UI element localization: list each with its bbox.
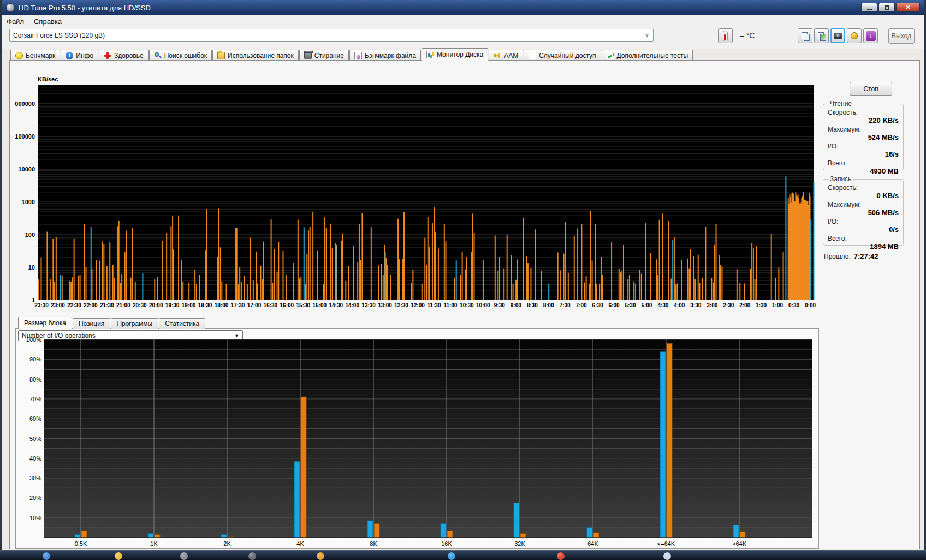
info-icon: i (66, 52, 73, 59)
window-title: HD Tune Pro 5.50 - утилита для HD/SSD (19, 4, 151, 12)
svg-text:80%: 80% (29, 376, 41, 383)
read-group-title: Чтение (828, 100, 854, 108)
export-button[interactable]: ↓ (863, 28, 878, 43)
svg-text:16:30: 16:30 (264, 302, 278, 308)
error-scan-icon (154, 52, 162, 59)
stop-button[interactable]: Стоп (850, 82, 892, 96)
save-button[interactable] (847, 28, 862, 43)
svg-text:12:00: 12:00 (411, 302, 425, 308)
start-button[interactable] (43, 552, 50, 560)
svg-text:21:00: 21:00 (116, 302, 130, 308)
write-io-value: 0/s (828, 225, 899, 234)
menu-file[interactable]: Файл (2, 16, 29, 27)
svg-text:22:00: 22:00 (84, 302, 98, 308)
svg-text:10000: 10000 (18, 166, 35, 172)
read-stats-group: Чтение Скорость: 220 KB/s Максимум: 524 … (823, 104, 904, 170)
aam-icon (494, 52, 501, 59)
svg-text:22:30: 22:30 (67, 302, 81, 308)
benchmark-icon (15, 52, 23, 59)
copy-image-icon (818, 32, 826, 40)
svg-text:2K: 2K (223, 540, 231, 547)
svg-text:<=64K: <=64K (657, 540, 675, 547)
copy-icon (802, 32, 809, 40)
read-speed-value: 220 KB/s (828, 116, 899, 124)
svg-text:1K: 1K (150, 540, 158, 547)
title-bar: HD Tune Pro 5.50 - утилита для HD/SSD ✕ (2, 0, 924, 15)
close-button[interactable]: ✕ (896, 3, 920, 12)
copy-image-button[interactable] (814, 28, 829, 43)
tab-strip: Бенчмарк iИнфо Здоровье Поиск ошибок Исп… (10, 48, 919, 61)
svg-text:14:00: 14:00 (345, 302, 359, 308)
tab-block-size[interactable]: Размер блока (18, 317, 72, 329)
file-benchmark-icon (354, 52, 362, 59)
svg-text:7:00: 7:00 (576, 302, 587, 308)
drive-select[interactable]: Corsair Force LS SSD (120 gB) ▼ (9, 29, 654, 42)
histogram-svg: 10%20%30%40%50%60%70%80%90%100%0.5K1K2K4… (19, 337, 816, 548)
read-total-label: Всего: (828, 159, 899, 167)
svg-text:3:30: 3:30 (690, 302, 701, 308)
svg-text:64K: 64K (587, 540, 598, 547)
elapsed-time: Прошло:7:27:42 (824, 252, 878, 260)
app-icon-4[interactable] (448, 552, 455, 560)
svg-text:9:30: 9:30 (494, 302, 505, 308)
download-arrow-icon: ↓ (866, 31, 876, 41)
read-speed-label: Скорость: (828, 109, 899, 116)
tab-benchmark[interactable]: Бенчмарк (10, 50, 60, 61)
copy-text-button[interactable] (798, 28, 812, 43)
tab-extra-tests[interactable]: Дополнительные тесты (602, 50, 693, 61)
svg-text:1000: 1000 (22, 199, 35, 205)
tab-statistics[interactable]: Статистика (159, 318, 205, 329)
svg-text:18:00: 18:00 (215, 302, 229, 308)
svg-text:60%: 60% (29, 415, 41, 422)
browser-icon[interactable] (557, 552, 565, 560)
minimize-button[interactable] (861, 3, 877, 12)
read-max-value: 524 MB/s (828, 133, 899, 141)
tab-random-access[interactable]: Случайный доступ (524, 50, 601, 61)
write-group-title: Запись (828, 175, 853, 183)
screenshot-button[interactable] (830, 28, 845, 43)
svg-text:10%: 10% (29, 515, 41, 521)
tab-programs[interactable]: Программы (111, 318, 158, 329)
svg-text:13:00: 13:00 (378, 302, 392, 308)
svg-text:7:30: 7:30 (560, 302, 571, 308)
app-icon-1[interactable] (180, 552, 188, 560)
tab-erase[interactable]: Стирание (299, 50, 349, 61)
block-size-histogram: 10%20%30%40%50%60%70%80%90%100%0.5K1K2K4… (19, 337, 816, 548)
tab-aam[interactable]: AAM (489, 50, 523, 61)
explorer-icon[interactable] (115, 552, 122, 560)
write-speed-label: Скорость: (828, 184, 899, 192)
svg-text:4K: 4K (296, 540, 304, 547)
tab-error-scan[interactable]: Поиск ошибок (149, 50, 212, 61)
temperature-value: – °C (740, 31, 755, 40)
app-icon-5[interactable] (663, 552, 671, 560)
menu-help[interactable]: Справка (29, 16, 67, 27)
write-total-label: Всего: (828, 235, 899, 242)
drive-select-value: Corsair Force LS SSD (120 gB) (13, 32, 105, 39)
svg-text:10: 10 (28, 264, 35, 271)
write-total-value: 1894 MB (828, 242, 899, 251)
exit-button[interactable]: Выход (888, 28, 915, 44)
svg-text:0:00: 0:00 (805, 302, 816, 308)
menu-bar: Файл Справка (2, 15, 924, 28)
maximize-button[interactable] (878, 3, 895, 12)
svg-text:4:00: 4:00 (674, 302, 685, 308)
svg-text:15:00: 15:00 (312, 302, 327, 308)
tab-file-benchmark[interactable]: Бэнчмарк файла (349, 50, 421, 61)
folder-usage-icon (217, 52, 225, 59)
svg-text:16K: 16K (441, 540, 452, 547)
disk-monitor-icon (426, 51, 434, 58)
svg-text:14:30: 14:30 (329, 302, 343, 308)
tab-disk-monitor[interactable]: Монитор Диска (422, 48, 488, 61)
svg-text:8K: 8K (370, 540, 377, 547)
tab-health[interactable]: Здоровье (99, 50, 149, 61)
toolbar: Corsair Force LS SSD (120 gB) ▼ – °C ↓ В… (2, 27, 924, 49)
tab-position[interactable]: Позиция (73, 318, 110, 329)
app-icon-3[interactable] (317, 552, 324, 560)
tab-info[interactable]: iИнфо (61, 50, 98, 61)
app-icon-2[interactable] (248, 552, 256, 560)
svg-text:50%: 50% (29, 436, 41, 442)
tab-folder-usage[interactable]: Использование папок (212, 50, 299, 61)
camera-icon (834, 33, 842, 39)
svg-text:23:00: 23:00 (51, 302, 65, 308)
temperature-button[interactable] (718, 28, 733, 43)
